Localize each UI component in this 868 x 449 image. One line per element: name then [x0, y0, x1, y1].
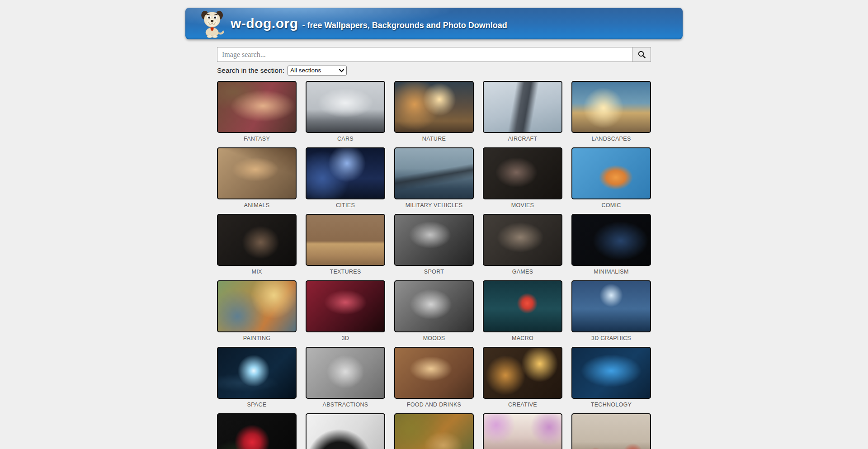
category-cell: SPORT: [394, 214, 474, 275]
category-label[interactable]: COMIC: [571, 202, 651, 209]
category-cell: LANDSCAPES: [571, 81, 651, 142]
category-thumb[interactable]: [306, 413, 385, 449]
category-thumb[interactable]: [306, 280, 385, 332]
magnifier-icon: [637, 50, 646, 59]
category-cell: [306, 413, 385, 449]
category-cell: ANIMALS: [217, 147, 297, 209]
category-label[interactable]: MACRO: [483, 335, 562, 342]
category-cell: CREATIVE: [483, 347, 562, 408]
category-cell: AIRCRAFT: [483, 81, 562, 142]
category-thumb[interactable]: [571, 413, 651, 449]
category-label[interactable]: GAMES: [483, 269, 562, 275]
category-label[interactable]: MOVIES: [483, 202, 562, 209]
category-cell: GAMES: [483, 214, 562, 275]
category-label[interactable]: FOOD AND DRINKS: [394, 402, 474, 408]
category-cell: COMIC: [571, 147, 651, 209]
category-label[interactable]: AIRCRAFT: [483, 136, 562, 142]
category-thumb[interactable]: [394, 280, 474, 332]
category-cell: 3D: [306, 280, 385, 342]
category-cell: [571, 413, 651, 449]
category-thumb[interactable]: [306, 81, 385, 133]
category-cell: MILITARY VEHICLES: [394, 147, 474, 209]
category-cell: CARS: [306, 81, 385, 142]
category-cell: TECHNOLOGY: [571, 347, 651, 408]
category-cell: MOVIES: [483, 147, 562, 209]
category-cell: CITIES: [306, 147, 385, 209]
category-thumb[interactable]: [483, 413, 562, 449]
section-select[interactable]: All sections: [288, 66, 347, 76]
category-label[interactable]: TECHNOLOGY: [571, 402, 651, 408]
category-cell: [394, 413, 474, 449]
category-cell: MACRO: [483, 280, 562, 342]
category-thumb[interactable]: [306, 347, 385, 399]
category-thumb[interactable]: [483, 147, 562, 199]
category-thumb[interactable]: [306, 147, 385, 199]
category-thumb[interactable]: [483, 81, 562, 133]
header-banner: w-dog.org - free Wallpapers, Backgrounds…: [185, 8, 683, 39]
section-label: Search in the section:: [217, 66, 284, 75]
category-cell: ABSTRACTIONS: [306, 347, 385, 408]
section-select-wrap: All sections: [288, 66, 347, 76]
category-thumb[interactable]: [394, 81, 474, 133]
category-label[interactable]: LANDSCAPES: [571, 136, 651, 142]
category-cell: MOODS: [394, 280, 474, 342]
category-thumb[interactable]: [483, 280, 562, 332]
category-cell: TEXTURES: [306, 214, 385, 275]
category-grid: FANTASYCARSNATUREAIRCRAFTLANDSCAPESANIMA…: [217, 81, 651, 449]
category-cell: NATURE: [394, 81, 474, 142]
category-label[interactable]: SPORT: [394, 269, 474, 275]
category-thumb[interactable]: [217, 81, 297, 133]
category-label[interactable]: FANTASY: [217, 136, 297, 142]
site-title[interactable]: w-dog.org: [231, 16, 298, 31]
category-thumb[interactable]: [394, 147, 474, 199]
category-label[interactable]: NATURE: [394, 136, 474, 142]
category-label[interactable]: CITIES: [306, 202, 385, 209]
category-thumb[interactable]: [394, 214, 474, 266]
category-label[interactable]: ANIMALS: [217, 202, 297, 209]
category-label[interactable]: ABSTRACTIONS: [306, 402, 385, 408]
category-label[interactable]: SPACE: [217, 402, 297, 408]
category-cell: MINIMALISM: [571, 214, 651, 275]
search-button[interactable]: [632, 47, 651, 62]
category-thumb[interactable]: [394, 347, 474, 399]
category-label[interactable]: MOODS: [394, 335, 474, 342]
site-title-row: w-dog.org - free Wallpapers, Backgrounds…: [231, 16, 507, 31]
category-thumb[interactable]: [571, 347, 651, 399]
section-filter-row: Search in the section: All sections: [217, 66, 651, 76]
search-bar: [217, 47, 651, 62]
category-thumb[interactable]: [571, 81, 651, 133]
category-cell: PAINTING: [217, 280, 297, 342]
dog-mascot-icon: [200, 10, 225, 38]
category-thumb[interactable]: [306, 214, 385, 266]
category-thumb[interactable]: [571, 214, 651, 266]
category-cell: [483, 413, 562, 449]
category-cell: MIX: [217, 214, 297, 275]
category-cell: FANTASY: [217, 81, 297, 142]
category-label[interactable]: 3D: [306, 335, 385, 342]
category-thumb[interactable]: [217, 347, 297, 399]
category-label[interactable]: MIX: [217, 269, 297, 275]
site-subtitle: - free Wallpapers, Backgrounds and Photo…: [302, 21, 507, 30]
category-label[interactable]: MINIMALISM: [571, 269, 651, 275]
category-thumb[interactable]: [571, 280, 651, 332]
category-thumb[interactable]: [571, 147, 651, 199]
main-content: Search in the section: All sections FANT…: [217, 47, 651, 449]
category-label[interactable]: MILITARY VEHICLES: [394, 202, 474, 209]
category-thumb[interactable]: [217, 280, 297, 332]
category-cell: 3D GRAPHICS: [571, 280, 651, 342]
category-thumb[interactable]: [483, 214, 562, 266]
category-label[interactable]: PAINTING: [217, 335, 297, 342]
category-thumb[interactable]: [217, 147, 297, 199]
category-label[interactable]: CARS: [306, 136, 385, 142]
category-cell: SPACE: [217, 347, 297, 408]
category-label[interactable]: TEXTURES: [306, 269, 385, 275]
category-thumb[interactable]: [217, 214, 297, 266]
category-label[interactable]: CREATIVE: [483, 402, 562, 408]
category-cell: FOOD AND DRINKS: [394, 347, 474, 408]
category-thumb[interactable]: [483, 347, 562, 399]
category-cell: [217, 413, 297, 449]
category-thumb[interactable]: [394, 413, 474, 449]
category-label[interactable]: 3D GRAPHICS: [571, 335, 651, 342]
category-thumb[interactable]: [217, 413, 297, 449]
search-input[interactable]: [217, 47, 632, 62]
